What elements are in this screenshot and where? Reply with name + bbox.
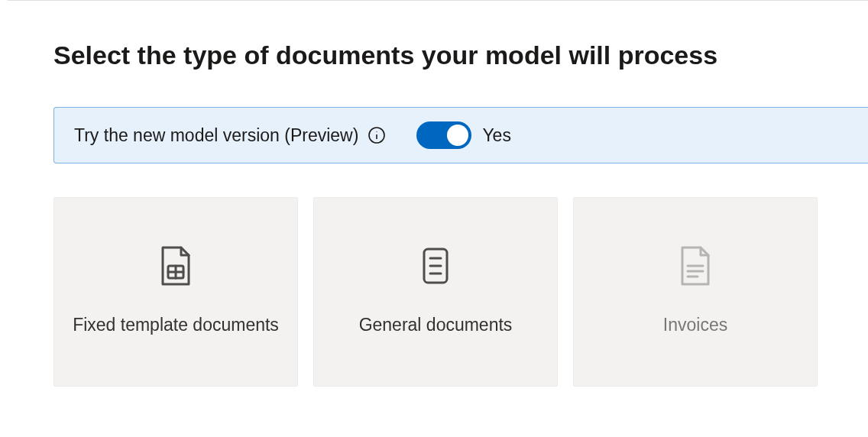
toggle-state-label: Yes: [482, 125, 511, 146]
document-type-cards: Fixed template documents General documen…: [53, 197, 868, 387]
preview-label: Try the new model version (Preview): [74, 125, 358, 146]
svg-point-1: [377, 131, 377, 132]
general-document-icon: [418, 246, 453, 286]
invoice-document-icon: [678, 246, 713, 286]
page-title: Select the type of documents your model …: [53, 40, 868, 70]
card-fixed-template[interactable]: Fixed template documents: [53, 197, 298, 387]
toggle-knob: [447, 125, 468, 146]
info-icon[interactable]: [368, 126, 386, 144]
card-general-documents[interactable]: General documents: [313, 197, 558, 387]
preview-toggle[interactable]: [416, 121, 471, 149]
card-invoices[interactable]: Invoices: [573, 197, 818, 387]
preview-banner: Try the new model version (Preview) Yes: [53, 107, 868, 163]
card-label: Fixed template documents: [73, 313, 279, 337]
fixed-template-document-icon: [158, 246, 193, 286]
card-label: Invoices: [663, 313, 727, 337]
card-label: General documents: [359, 313, 513, 337]
